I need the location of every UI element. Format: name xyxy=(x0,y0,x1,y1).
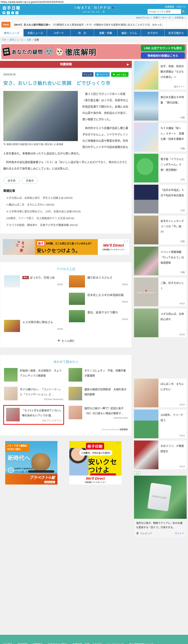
sidebar-item-medaka[interactable]: メダカ田んぼ、出来秋心待ち05/20 xyxy=(134,308,186,337)
footer-link-privacy[interactable]: 個人情報保護について xyxy=(129,642,153,644)
login-link[interactable]: ログイン xyxy=(176,5,185,8)
spacer xyxy=(4,293,63,314)
nav-tab-rensai[interactable]: 連載・特集 xyxy=(94,29,117,36)
ad-info-icon[interactable]: ⓘ xyxy=(52,442,54,445)
ad-info-icon[interactable]: ⓘ xyxy=(116,442,118,445)
nav-tab-sports[interactable]: スポーツ xyxy=(47,29,71,36)
sidebar-item-iwasan[interactable]: 電子版「イワさんとニッポちゃん」４巻！発売開始！広告 xyxy=(134,154,186,182)
quick-link-webalbum[interactable]: Webアルバム xyxy=(136,16,152,19)
recommended-item[interactable]: 強烈な口臭が一瞬で？武田久美子（50）の口臭ない理由が簡単す…PR(FREPUR… xyxy=(69,406,128,424)
recommended-item-highlighted[interactable]: 「もう2ヶ月も白髪染めていない」噂の染めないアレで67歳…PR(ブラックサプリ) xyxy=(3,405,64,425)
related-heading: 関連記事 xyxy=(3,188,128,193)
photo-caption: 新鮮な野菜や海産物が並ぶ会場で買い物を楽しむ来場者 xyxy=(3,142,78,146)
bravecto-ad[interactable]: ノミ・マダニ駆除は3か月に1回の 新時代へ 3 HAPPY 3 MONTHS. … xyxy=(5,441,57,484)
sidebar-item-nib[interactable]: ＮＩＢ講座「新トレ」スタート 受講企業・団体を募集中特集 xyxy=(134,123,186,152)
ad-close-icon[interactable]: × xyxy=(119,442,120,445)
read-more-button[interactable]: ＋もっと読む xyxy=(4,338,128,342)
site-header: 岩手日報 f L IWATE NIPPO 2019.05.20. 月 会員登録 … xyxy=(0,4,188,15)
nav-tab-ronsetsu[interactable]: 論説・コラム xyxy=(117,29,141,36)
recommended-thumbnail xyxy=(69,406,82,419)
twitter-share-button[interactable]: ツイート xyxy=(95,72,110,77)
breadcrumb-kennai[interactable]: 県内ニュース xyxy=(10,38,23,41)
sidebar-item-gohan[interactable]: IWATE NIPPO ご飯、炊き方おいしく05/20 xyxy=(134,278,186,306)
welldirect-square-ad[interactable]: 冊子印刷 この安さ、クセになってます♥ 安いクセ つけよう。 詳しくはこちら ≫… xyxy=(69,441,121,484)
tag-hanamaki[interactable]: 花巻市 xyxy=(22,177,38,184)
flash-news[interactable]: [08:07] 巨人の上原が現役引退へ プロ野球巨人の上原浩治投手（４４）が現役… xyxy=(12,21,186,28)
article-figure: 新鮮な野菜や海産物が並ぶ会場で買い物を楽しむ来場者 xyxy=(3,91,78,146)
breadcrumb-shuyo[interactable]: 主要 xyxy=(27,38,31,41)
tokumei-kisha-banner[interactable]: 特命記者 あなたの疑問 徹底解明 LINE 公式アカウントでも受付 特命取材の依… xyxy=(2,44,186,59)
facebook-share-button[interactable]: fシェア xyxy=(82,72,93,77)
sidebar-thumbnail xyxy=(134,410,158,438)
instagram-icon[interactable] xyxy=(16,11,19,14)
frepure-ad[interactable]: FREPURE ⓘ× 強烈な口臭が、瞬間でクリアに／あの女優も愛用する「息ケア」… xyxy=(134,476,186,538)
sub-text: バクッと1錠、効き目3か月。 xyxy=(14,470,37,473)
search-input[interactable] xyxy=(148,9,181,14)
ranking-item[interactable]: 動画ぱっちり、空見つめ 05/19 xyxy=(4,275,63,288)
ad-close-icon[interactable]: × xyxy=(55,442,56,445)
recommended-item[interactable]: 今さら聞けない…「コンシーラー」と「ファンデーション」ど…PR(Glam Bea… xyxy=(4,387,63,400)
facebook-icon[interactable]: f xyxy=(7,11,10,14)
site-logo-en[interactable]: IWATE NIPPO xyxy=(75,6,113,10)
social-icons: f L xyxy=(3,11,21,14)
sidebar-item-ponpoko[interactable]: ぽんぽこ市 まちににぎわい05/20 xyxy=(134,378,186,407)
frepure-ad-text: 強烈な口臭が、瞬間でクリアに／あの女優も愛用する「息ケア」が凄すぎる。 xyxy=(136,521,184,530)
nav-tab-kennai-news[interactable]: 県内ニュース xyxy=(0,29,24,36)
twitter-icon[interactable] xyxy=(3,11,6,14)
ad-lead-text: の印刷、どこも同じだと思っていませんか？ xyxy=(46,242,93,245)
quick-link-database[interactable]: 記事データベース xyxy=(153,16,173,19)
sidebar-item-shinsai[interactable]: 東日本大震災８年特集 〝碑の記憶〟特集 xyxy=(134,92,186,120)
line-account-button[interactable]: LINE 公式アカウントでも受付 xyxy=(141,45,185,51)
sidebar-item-ohtani[interactable]: 大谷２ラン、６戦連続安打05/19 xyxy=(134,440,186,469)
search-button[interactable] xyxy=(181,9,185,14)
ad-info-icon[interactable]: ⓘ xyxy=(181,476,183,480)
welldirect-banner-ad[interactable]: えっ安っ!! 冊子 の印刷、どこも同じだと思っていませんか？ 安いクセつけよう。… xyxy=(3,239,129,255)
ranking-item[interactable]: ｅスポ県代表に熊谷さん 05/19 xyxy=(4,320,63,332)
nav-tab-zenkoku-news[interactable]: 全国ニュース xyxy=(24,29,47,36)
footer-link-adrates[interactable]: 広告料金のご案内 xyxy=(48,642,67,644)
sidebar-item-trekking[interactable]: 岩手のトレッキングコースの「今」紹介！特集 xyxy=(134,216,186,244)
line-icon[interactable]: L xyxy=(11,11,14,14)
tag-iwate[interactable]: 岩手県 xyxy=(3,177,20,184)
recommended-item[interactable]: タケノコにょきっ 平泉、収穫作業が最盛期 xyxy=(69,368,128,382)
footer-link-about-links[interactable]: リンクについて xyxy=(107,642,124,644)
register-link[interactable]: 会員登録 xyxy=(165,5,174,8)
related-article-link[interactable]: アスパラの秘密、興味津々 花巻で小学生が農業体験 (05/19) xyxy=(6,223,128,226)
footer-link-toukou[interactable]: 投稿規定 xyxy=(33,642,43,644)
ranking-item[interactable]: 釜石、延長サヨナラ勝ち 05/19 xyxy=(69,310,128,322)
related-article-link[interactable]: 100周年、ラリーで祝う 北上翔南高がテニス交流 (05/19) xyxy=(6,216,128,220)
line-share-button[interactable]: LINEで送る xyxy=(111,72,128,77)
footer-link-recruit[interactable]: 採用情報 xyxy=(18,642,28,644)
sidebar-item-event[interactable]: イベント情報満載「行ってみよう」は毎週更新特集 xyxy=(134,246,186,275)
nav-tab-iwatenippo-kara[interactable]: 岩手日報から xyxy=(164,29,188,36)
sidebar-item-rally[interactable]: 100周年、ラリーで祝う05/19 xyxy=(134,410,186,438)
ad-info-icon[interactable]: ⓘ xyxy=(124,240,126,243)
nav-tab-odekake[interactable]: おでかけ xyxy=(141,29,164,36)
related-article-link[interactable]: 八幡ぽんぽこ市 まちににぎわい (05/20) xyxy=(6,202,128,206)
recommended-item[interactable]: 好投続く雄星、光る制球力 きょうアスレチックス戦登板 xyxy=(4,368,63,382)
quick-link-adrates[interactable]: 広告料金 xyxy=(175,16,186,19)
ad-close-icon[interactable]: × xyxy=(127,240,128,243)
related-article-link[interactable]: メダカ田んぼ、出来秋心待ち 学生らと田植え会 (05/20) xyxy=(6,196,128,200)
quake-alert-bar[interactable]: 地震速報 ▶ xyxy=(0,61,132,68)
article-photo[interactable] xyxy=(3,91,78,141)
footer-link-company[interactable]: 会社案内 xyxy=(3,642,13,644)
sidebar-item-heiseishi[interactable]: 「岩手の平成史」５月下旬岩手県内発売広告 xyxy=(134,185,186,214)
nav-tab-bousai[interactable]: 防 災 xyxy=(71,29,94,36)
sidebar-thumbnail xyxy=(134,378,158,407)
site-link[interactable]: サイトへ xyxy=(175,532,184,535)
uzou-logo[interactable]: UZOU xyxy=(120,428,128,431)
ranking-thumbnail xyxy=(69,293,85,305)
recommended-item[interactable]: 遺族10組超が訪問辞退 大槌町長の個別謝罪 xyxy=(69,387,128,400)
site-logo[interactable]: 岩手日報 xyxy=(3,5,21,10)
related-article-link[interactable]: ｅスポ県代表に釜石の熊谷さん 10月、全国大会に出場 (05/19) xyxy=(6,210,128,213)
sidebar-item-navitabi[interactable]: 岩手、青森、秋田の観光情報は「なびたび北東北」へ観光サイト xyxy=(134,61,186,90)
footer-link-shinsei[interactable]: 各種申請・後援・二次利用 xyxy=(72,642,102,644)
ad-close-icon[interactable]: × xyxy=(184,476,185,480)
tokumei-request-button[interactable]: 特命取材の依頼はこちら xyxy=(141,52,185,58)
ranking-item[interactable]: 踊り彩るミスさんさ 05/19 xyxy=(69,275,128,288)
breadcrumb-top[interactable]: TOP xyxy=(2,38,7,41)
search-box xyxy=(148,9,185,14)
cat-mascot-icon xyxy=(45,46,54,57)
ranking-item[interactable]: 巨木化したスギ11本伐採計画 05/19 xyxy=(69,293,128,305)
